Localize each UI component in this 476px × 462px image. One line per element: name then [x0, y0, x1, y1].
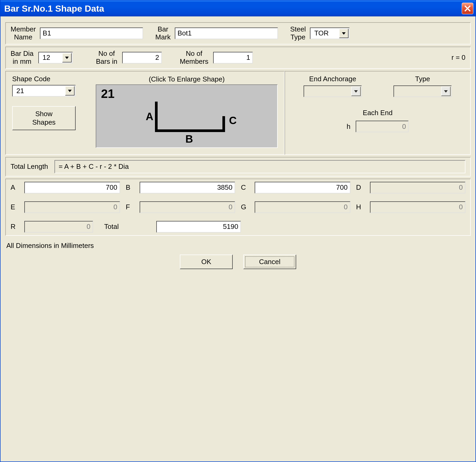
anchorage-panel: End Anchorage Type Each End h	[285, 71, 471, 155]
no-of-bars-label: No of Bars in	[96, 50, 117, 66]
dim-e-input	[24, 201, 120, 213]
h-label: h	[347, 123, 350, 131]
no-of-members-input[interactable]	[213, 52, 253, 64]
total-label: Total	[104, 223, 119, 231]
steel-type-select[interactable]: TOR	[310, 28, 350, 39]
seg-a-label: A	[146, 111, 153, 122]
r-eq-zero: r = 0	[451, 54, 465, 62]
dim-g-input	[255, 201, 350, 213]
member-name-input[interactable]	[40, 28, 143, 39]
steel-type-label: Steel Type	[290, 25, 306, 41]
units-note: All Dimensions in Millimeters	[6, 242, 470, 250]
dim-r-input	[24, 221, 93, 233]
show-shapes-button[interactable]: Show Shapes	[12, 106, 76, 130]
bar-dia-value: 12	[41, 53, 61, 62]
chevron-down-icon	[351, 87, 361, 96]
dim-c-input[interactable]	[255, 182, 350, 193]
each-end-label: Each End	[291, 109, 464, 117]
no-of-bars-input[interactable]	[122, 52, 162, 64]
formula-text: = A + B + C - r - 2 * Dia	[59, 162, 129, 171]
client-area: Member Name Bar Mark Steel Type TOR Bar …	[1, 16, 475, 461]
total-length-formula: = A + B + C - r - 2 * Dia	[54, 160, 465, 173]
titlebar: Bar Sr.No.1 Shape Data	[1, 1, 475, 16]
dim-h-label: H	[356, 203, 364, 211]
total-value[interactable]	[156, 221, 241, 233]
bar-dia-select[interactable]: 12	[38, 52, 73, 64]
dim-a-input[interactable]	[24, 182, 120, 193]
ok-button[interactable]: OK	[180, 255, 233, 269]
shape-code-label: Shape Code	[12, 75, 86, 83]
end-anchorage-label: End Anchorage	[309, 75, 356, 83]
shape-preview-code: 21	[101, 87, 115, 101]
close-button[interactable]	[462, 3, 473, 14]
dim-b-label: B	[126, 184, 134, 192]
bar-props-panel: Bar Dia in mm 12 No of Bars in No of Mem…	[5, 47, 471, 69]
shape-preview[interactable]: 21 A B C	[96, 84, 278, 148]
chevron-down-icon	[441, 87, 451, 96]
shape-anchorage-row: Shape Code 21 Show Shapes (Click To Enla…	[5, 71, 471, 155]
dim-a-label: A	[11, 184, 19, 192]
dim-h-input	[370, 201, 466, 213]
dialog-buttons: OK Cancel	[5, 255, 471, 269]
bar-mark-label: Bar Mark	[155, 25, 171, 41]
dim-g-label: G	[241, 203, 249, 211]
chevron-down-icon	[339, 29, 349, 38]
bar-dia-label: Bar Dia in mm	[11, 50, 34, 66]
end-anchorage-select	[304, 85, 362, 97]
dim-b-input[interactable]	[140, 182, 235, 193]
identity-panel: Member Name Bar Mark Steel Type TOR	[5, 22, 471, 44]
bar-mark-input[interactable]	[175, 28, 278, 39]
chevron-down-icon	[65, 86, 75, 96]
window-title: Bar Sr.No.1 Shape Data	[4, 3, 462, 14]
chevron-down-icon	[62, 53, 72, 62]
anchorage-type-label: Type	[415, 75, 430, 83]
shape-panel: Shape Code 21 Show Shapes (Click To Enla…	[5, 71, 285, 155]
total-length-label: Total Length	[11, 163, 48, 171]
shape-code-select[interactable]: 21	[12, 85, 76, 97]
dim-f-input	[140, 201, 235, 213]
member-name-label: Member Name	[11, 25, 36, 41]
seg-b-label: B	[185, 133, 193, 145]
h-value	[356, 121, 409, 132]
cancel-button[interactable]: Cancel	[243, 255, 296, 269]
dim-c-label: C	[241, 184, 249, 192]
dialog-window: Bar Sr.No.1 Shape Data Member Name Bar M…	[0, 0, 476, 462]
dimensions-panel: A B C D E F G H R Total	[5, 179, 471, 236]
no-of-members-label: No of Members	[180, 50, 208, 66]
total-length-panel: Total Length = A + B + C - r - 2 * Dia	[5, 157, 471, 176]
seg-c-label: C	[229, 115, 237, 126]
dim-d-label: D	[356, 184, 364, 192]
anchorage-type-select	[393, 85, 452, 97]
shape-preview-caption: (Click To Enlarge Shape)	[96, 75, 278, 83]
dim-f-label: F	[126, 203, 134, 211]
dim-r-label: R	[11, 223, 19, 231]
close-icon	[464, 5, 471, 12]
dim-d-input	[370, 182, 466, 193]
shape-code-value: 21	[15, 87, 63, 95]
steel-type-value: TOR	[313, 29, 337, 37]
dim-e-label: E	[11, 203, 19, 211]
